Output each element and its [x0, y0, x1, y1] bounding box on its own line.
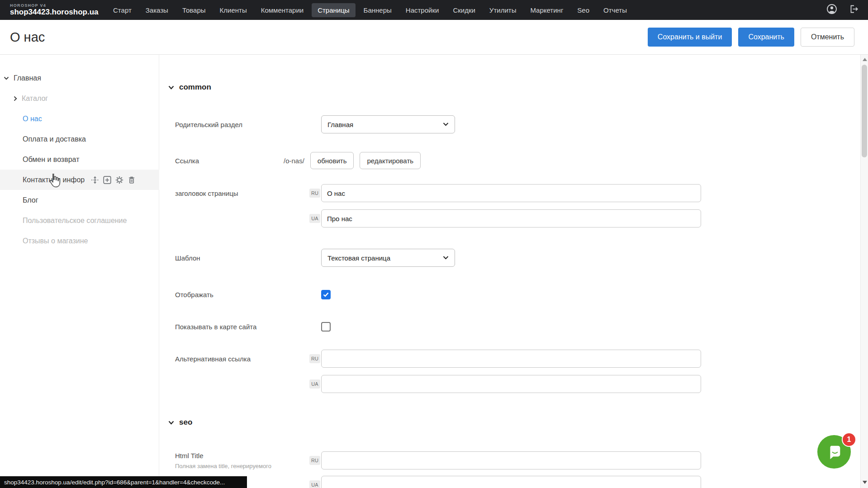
menu-item-start[interactable]: Старт: [107, 3, 138, 17]
move-icon[interactable]: [91, 176, 99, 184]
tree-item-user-agreement[interactable]: Пользовательское соглашение: [0, 210, 159, 231]
section-common[interactable]: common: [168, 83, 211, 92]
menu-item-marketing[interactable]: Маркетинг: [524, 3, 569, 17]
page-title: О нас: [10, 30, 45, 45]
link-label: Ссылка: [175, 157, 284, 165]
tree-item-catalog[interactable]: Каталог: [0, 88, 159, 109]
html-title-ua-input[interactable]: [321, 476, 701, 488]
menu-item-settings[interactable]: Настройки: [400, 3, 445, 17]
sitemap-label: Показывать в карте сайта: [175, 323, 321, 331]
add-icon[interactable]: [103, 176, 111, 184]
html-title-label: Html Title Полная замена title, генериру…: [175, 452, 309, 469]
lang-badge-ua: UA: [309, 379, 320, 389]
chevron-down-icon: [4, 76, 9, 80]
sitemap-checkbox[interactable]: [321, 322, 331, 332]
menu-item-pages[interactable]: Страницы: [312, 3, 355, 17]
page-title-ru-row: заголовок страницы RU: [175, 184, 701, 202]
page-title-ua-input[interactable]: [321, 209, 701, 227]
save-and-exit-button[interactable]: Сохранить и выйти: [648, 28, 732, 47]
alt-link-ua-row: UA: [175, 375, 701, 393]
tree-item-shop-reviews[interactable]: Отзывы о магазине: [0, 231, 159, 251]
html-title-ru-input[interactable]: [321, 451, 701, 469]
template-label: Шаблон: [175, 254, 321, 262]
tree-item-label: Блог: [23, 196, 38, 204]
cancel-button[interactable]: Отменить: [801, 28, 854, 47]
lang-badge-ru: RU: [309, 456, 320, 465]
link-row: Ссылка /o-nas/ обновить редактировать: [175, 152, 427, 169]
link-status-bar: shop34423.horoshop.ua/edit/edit.php?id=6…: [0, 476, 247, 488]
lang-badge-ua: UA: [309, 214, 320, 223]
tree-item-payment-delivery[interactable]: Оплата и доставка: [0, 129, 159, 149]
menu-item-comments[interactable]: Комментарии: [255, 3, 309, 17]
link-refresh-button[interactable]: обновить: [310, 152, 354, 169]
menu-item-products[interactable]: Товары: [176, 3, 212, 17]
save-button[interactable]: Сохранить: [738, 28, 794, 47]
tree-item-actions: [91, 176, 136, 184]
display-row: Отображать: [175, 290, 331, 299]
header-buttons: Сохранить и выйти Сохранить Отменить: [648, 28, 854, 47]
alt-link-ua-input[interactable]: [321, 375, 701, 393]
alt-link-ru-row: Альтернативная ссылка RU: [175, 350, 701, 368]
scrollbar-up-arrow-icon[interactable]: [863, 58, 867, 61]
page-header: О нас Сохранить и выйти Сохранить Отмени…: [0, 20, 868, 55]
tree-item-label: Оплата и доставка: [23, 135, 86, 143]
template-select[interactable]: Текстовая страница: [321, 249, 455, 267]
tree-item-contact-info[interactable]: Контактная инфор: [0, 170, 159, 190]
delete-icon[interactable]: [128, 176, 136, 184]
section-seo[interactable]: seo: [168, 418, 192, 427]
link-edit-button[interactable]: редактировать: [360, 152, 421, 169]
top-navbar: HOROSHOP V4 shop34423.horoshop.ua Старт …: [0, 0, 868, 20]
menu-item-reports[interactable]: Отчеты: [598, 3, 633, 17]
chevron-down-icon: [168, 85, 174, 90]
page-title-ru-input[interactable]: [321, 184, 701, 202]
page-edit-form: common Родительский раздел Главная Ссылк…: [159, 55, 860, 488]
menu-item-utilities[interactable]: Утилиты: [484, 3, 522, 17]
tree-item-exchange-return[interactable]: Обмен и возврат: [0, 149, 159, 170]
link-path: /o-nas/: [284, 157, 304, 165]
html-title-hint: Полная замена title, генерируемого: [175, 463, 309, 469]
html-title-ru-row: Html Title Полная замена title, генериру…: [175, 451, 701, 469]
account-icon[interactable]: [826, 4, 837, 16]
topbar-actions: [826, 4, 859, 16]
page-title-label: заголовок страницы: [175, 190, 309, 197]
tree-item-blog[interactable]: Блог: [0, 190, 159, 210]
chat-notification-badge: 1: [842, 432, 856, 447]
chevron-down-icon: [168, 421, 174, 425]
chevron-right-icon: [14, 96, 17, 101]
chevron-down-icon: [443, 123, 449, 126]
menu-item-banners[interactable]: Баннеры: [358, 3, 398, 17]
main-menu: Старт Заказы Товары Клиенты Комментарии …: [107, 3, 633, 17]
menu-item-discounts[interactable]: Скидки: [447, 3, 481, 17]
logout-icon[interactable]: [849, 4, 859, 16]
template-row: Шаблон Текстовая страница: [175, 249, 455, 267]
parent-section-value: Главная: [327, 121, 353, 128]
tree-item-label: Каталог: [22, 95, 48, 103]
hand-cursor-icon: [47, 173, 61, 190]
tree-item-home[interactable]: Главная: [0, 68, 159, 88]
parent-section-row: Родительский раздел Главная: [175, 115, 455, 133]
display-checkbox[interactable]: [321, 290, 331, 299]
tree-item-label: О нас: [23, 115, 42, 123]
vertical-scrollbar[interactable]: [860, 55, 868, 488]
settings-icon[interactable]: [115, 176, 123, 184]
tree-item-label: Главная: [14, 74, 41, 82]
logo[interactable]: HOROSHOP V4 shop34423.horoshop.ua: [10, 4, 107, 16]
pages-tree-sidebar: Главная Каталог О нас Оплата и доставка …: [0, 55, 159, 488]
alt-link-ru-input[interactable]: [321, 350, 701, 368]
scrollbar-thumb[interactable]: [862, 65, 867, 157]
display-label: Отображать: [175, 291, 321, 298]
menu-item-orders[interactable]: Заказы: [140, 3, 174, 17]
menu-item-seo[interactable]: Seo: [571, 3, 595, 17]
parent-section-label: Родительский раздел: [175, 121, 321, 128]
html-title-ua-row: UA: [175, 476, 701, 488]
tree-item-label: Обмен и возврат: [23, 156, 79, 164]
parent-section-select[interactable]: Главная: [321, 115, 455, 133]
scrollbar-down-arrow-icon[interactable]: [863, 481, 867, 484]
alt-link-label: Альтернативная ссылка: [175, 355, 309, 363]
logo-domain: shop34423.horoshop.ua: [10, 8, 107, 16]
menu-item-clients[interactable]: Клиенты: [214, 3, 253, 17]
template-value: Текстовая страница: [327, 254, 390, 262]
tree-item-label: Отзывы о магазине: [23, 237, 88, 245]
lang-badge-ua: UA: [309, 480, 320, 488]
tree-item-about[interactable]: О нас: [0, 109, 159, 129]
